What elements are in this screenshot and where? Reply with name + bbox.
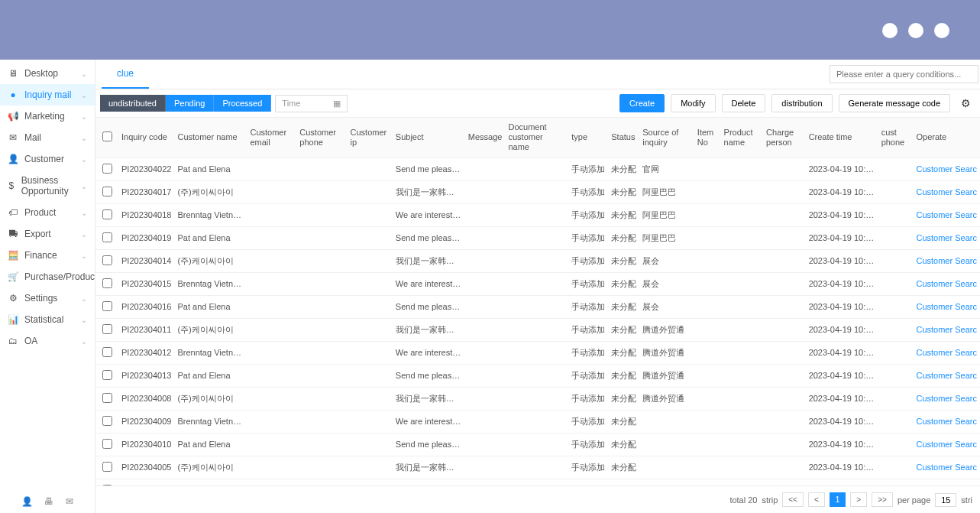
filter-pending[interactable]: Pending	[166, 95, 214, 112]
row-checkbox[interactable]	[102, 209, 112, 219]
sidebar-item-inquiry-mail[interactable]: ●Inquiry mail⌄	[0, 84, 95, 106]
page-prev[interactable]: <	[808, 492, 825, 507]
header-dot[interactable]	[934, 23, 949, 38]
sidebar-item-product[interactable]: 🏷Product⌄	[0, 202, 95, 223]
filter-undistributed[interactable]: undistributed	[100, 95, 166, 112]
column-header[interactable]: Charge person	[763, 118, 806, 158]
column-header[interactable]: Status	[608, 118, 639, 158]
sidebar-item-export[interactable]: ⛟Export⌄	[0, 223, 95, 245]
sidebar-item-purchase-produce[interactable]: 🛒Purchase/Produce⌄	[0, 266, 95, 287]
row-checkbox[interactable]	[102, 370, 112, 380]
operate-link[interactable]: Customer Searc	[913, 295, 980, 318]
column-header[interactable]: Customer name	[174, 118, 247, 158]
column-header[interactable]: cust phone	[878, 118, 914, 158]
column-header[interactable]: Document customer name	[505, 118, 568, 158]
distribution-button[interactable]: distribution	[771, 94, 832, 112]
table-row[interactable]: PI202304013Pat and ElenaSend me please p…	[95, 364, 980, 387]
operate-link[interactable]: Customer Searc	[913, 364, 980, 387]
table-row[interactable]: PI202304015Brenntag Vietnam...We are int…	[95, 272, 980, 295]
select-all-checkbox[interactable]	[102, 131, 112, 141]
header-dot[interactable]	[882, 23, 898, 38]
row-checkbox[interactable]	[102, 301, 112, 311]
sidebar-item-customer[interactable]: 👤Customer⌄	[0, 148, 95, 170]
row-checkbox[interactable]	[102, 416, 112, 426]
table-row[interactable]: PI202304012Brenntag Vietnam...We are int…	[95, 341, 980, 364]
pagesize-input[interactable]	[935, 493, 956, 507]
sidebar-item-settings[interactable]: ⚙Settings⌄	[0, 287, 95, 309]
table-wrap[interactable]: Inquiry codeCustomer nameCustomer emailC…	[95, 117, 980, 485]
filter-processed[interactable]: Processed	[214, 95, 271, 112]
mail-icon[interactable]: ✉	[66, 496, 73, 507]
operate-link[interactable]: Customer Searc	[913, 456, 980, 479]
column-header[interactable]: Source of inquiry	[639, 118, 694, 158]
row-checkbox[interactable]	[102, 187, 112, 196]
modify-button[interactable]: Modify	[671, 94, 715, 112]
table-row[interactable]: PI202304006Brenntag Vietnam...We are int…	[95, 479, 980, 485]
page-first[interactable]: <<	[782, 492, 804, 507]
table-row[interactable]: PI202304008(주)케이씨아이我们是一家韩国生...手动添加未分配腾道外…	[95, 387, 980, 410]
operate-link[interactable]: Customer Searc	[913, 433, 980, 456]
table-row[interactable]: PI202304009Brenntag Vietnam...We are int…	[95, 410, 980, 433]
print-icon[interactable]: 🖶	[44, 496, 53, 507]
sidebar-item-marketing[interactable]: 📢Marketing⌄	[0, 106, 95, 127]
table-row[interactable]: PI202304011(주)케이씨아이我们是一家韩国生...手动添加未分配腾道外…	[95, 318, 980, 341]
row-checkbox[interactable]	[102, 347, 112, 357]
operate-link[interactable]: Customer Searc	[913, 479, 980, 485]
sidebar-item-desktop[interactable]: 🖥Desktop⌄	[0, 63, 95, 84]
operate-link[interactable]: Customer Searc	[913, 341, 980, 364]
row-checkbox[interactable]	[102, 439, 112, 449]
column-header[interactable]: Message	[465, 118, 506, 158]
page-next[interactable]: >	[850, 492, 867, 507]
sidebar-item-finance[interactable]: 🧮Finance⌄	[0, 245, 95, 266]
delete-button[interactable]: Delete	[722, 94, 766, 112]
search-input[interactable]	[830, 65, 978, 83]
table-row[interactable]: PI202304019Pat and ElenaSend me please p…	[95, 226, 980, 249]
table-row[interactable]: PI202304005(주)케이씨아이我们是一家韩国生...手动添加未分配202…	[95, 456, 980, 479]
operate-link[interactable]: Customer Searc	[913, 157, 980, 180]
operate-link[interactable]: Customer Searc	[913, 226, 980, 249]
tab-clue[interactable]: clue	[102, 60, 149, 89]
gear-icon[interactable]: ⚙	[956, 94, 975, 112]
table-row[interactable]: PI202304022Pat and ElenaSend me please p…	[95, 157, 980, 180]
row-checkbox[interactable]	[102, 393, 112, 403]
header-dot[interactable]	[908, 23, 923, 38]
sidebar-item-statistical[interactable]: 📊Statistical⌄	[0, 309, 95, 330]
table-row[interactable]: PI202304010Pat and ElenaSend me please p…	[95, 433, 980, 456]
table-row[interactable]: PI202304017(주)케이씨아이我们是一家韩国生...手动添加未分配阿里巴…	[95, 180, 980, 203]
table-row[interactable]: PI202304018Brenntag Vietnam...We are int…	[95, 203, 980, 226]
create-button[interactable]: Create	[619, 94, 665, 112]
table-row[interactable]: PI202304014(주)케이씨아이我们是一家韩国生...手动添加未分配展会2…	[95, 249, 980, 272]
operate-link[interactable]: Customer Searc	[913, 203, 980, 226]
sidebar-item-business-opportunity[interactable]: $Business Opportunity⌄	[0, 170, 95, 202]
operate-link[interactable]: Customer Searc	[913, 410, 980, 433]
row-checkbox[interactable]	[102, 278, 112, 288]
operate-link[interactable]: Customer Searc	[913, 387, 980, 410]
sidebar-item-oa[interactable]: 🗂OA⌄	[0, 330, 95, 352]
row-checkbox[interactable]	[102, 255, 112, 265]
row-checkbox[interactable]	[102, 164, 112, 174]
column-header[interactable]: Product name	[721, 118, 763, 158]
generate-code-button[interactable]: Generate message code	[839, 94, 950, 112]
time-input[interactable]: Time ▦	[275, 95, 348, 112]
page-current[interactable]: 1	[830, 492, 846, 507]
column-header[interactable]: Subject	[393, 118, 465, 158]
column-header[interactable]: Operate	[913, 118, 980, 158]
row-checkbox[interactable]	[102, 232, 112, 242]
row-checkbox[interactable]	[102, 324, 112, 334]
column-header[interactable]: Item No	[694, 118, 721, 158]
column-header[interactable]: Customer phone	[296, 118, 347, 158]
column-header[interactable]: Customer ip	[348, 118, 393, 158]
sidebar-item-mail[interactable]: ✉Mail⌄	[0, 127, 95, 148]
operate-link[interactable]: Customer Searc	[913, 180, 980, 203]
column-header[interactable]: type	[568, 118, 608, 158]
operate-link[interactable]: Customer Searc	[913, 249, 980, 272]
table-row[interactable]: PI202304016Pat and ElenaSend me please p…	[95, 295, 980, 318]
user-icon[interactable]: 👤	[21, 496, 33, 507]
column-header[interactable]: Create time	[806, 118, 878, 158]
operate-link[interactable]: Customer Searc	[913, 318, 980, 341]
column-header[interactable]: Customer email	[247, 118, 296, 158]
row-checkbox[interactable]	[102, 462, 112, 472]
operate-link[interactable]: Customer Searc	[913, 272, 980, 295]
page-last[interactable]: >>	[872, 492, 893, 507]
column-header[interactable]: Inquiry code	[118, 118, 174, 158]
